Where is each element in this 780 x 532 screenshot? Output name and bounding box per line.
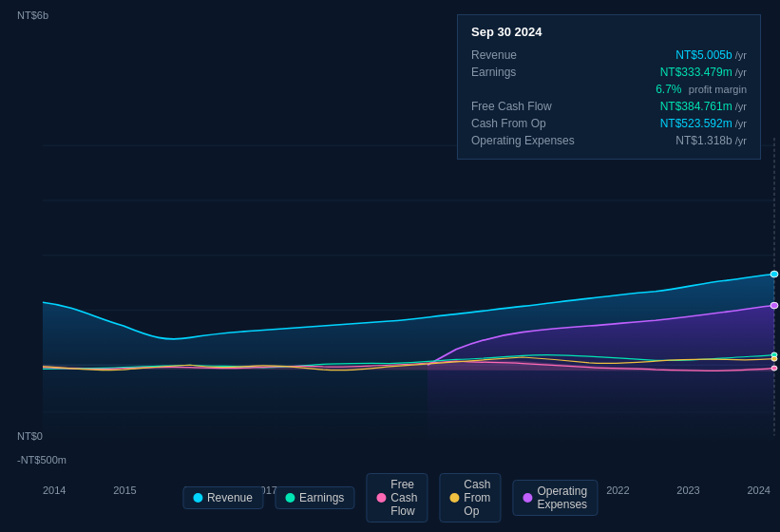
fcf-dot [771, 366, 777, 370]
legend-cash-from-op-dot [449, 493, 459, 503]
tooltip-cash-from-op-value: NT$523.592m /yr [660, 117, 747, 130]
legend-revenue-label: Revenue [207, 491, 253, 504]
x-label-2024: 2024 [747, 484, 770, 496]
legend-cash-from-op-label: Cash From Op [464, 478, 490, 518]
tooltip-date: Sep 30 2024 [471, 25, 747, 39]
legend-revenue-dot [193, 493, 202, 503]
main-chart [0, 138, 780, 451]
tooltip-opex-row: Operating Expenses NT$1.318b /yr [471, 132, 747, 149]
x-label-2014: 2014 [43, 484, 66, 496]
opex-dot [770, 302, 778, 309]
legend-opex[interactable]: Operating Expenses [512, 480, 598, 516]
tooltip-profit-margin-value: 6.7% profit margin [656, 83, 747, 96]
x-label-2023: 2023 [676, 484, 699, 496]
tooltip-cash-from-op-row: Cash From Op NT$523.592m /yr [471, 115, 747, 132]
tooltip-fcf-row: Free Cash Flow NT$384.761m /yr [471, 98, 747, 115]
tooltip-earnings-value: NT$333.479m /yr [660, 66, 747, 79]
y-axis-bottom-label: -NT$500m [17, 454, 67, 466]
tooltip-profit-margin-row: 6.7% profit margin [471, 81, 747, 98]
tooltip-earnings-row: Earnings NT$333.479m /yr [471, 64, 747, 81]
legend-earnings-label: Earnings [299, 491, 344, 504]
legend-earnings[interactable]: Earnings [275, 486, 354, 509]
cash-from-op-dot [771, 356, 777, 361]
legend-revenue[interactable]: Revenue [182, 486, 263, 509]
y-axis-top-label: NT$6b [17, 10, 48, 21]
tooltip-fcf-label: Free Cash Flow [471, 100, 585, 113]
tooltip-cash-from-op-label: Cash From Op [471, 117, 585, 130]
tooltip-panel: Sep 30 2024 Revenue NT$5.005b /yr Earnin… [457, 14, 761, 160]
revenue-dot [770, 271, 778, 277]
tooltip-revenue-row: Revenue NT$5.005b /yr [471, 47, 747, 64]
legend-earnings-dot [285, 493, 295, 503]
x-label-2022: 2022 [606, 484, 629, 496]
legend-opex-label: Operating Expenses [537, 484, 587, 511]
tooltip-earnings-label: Earnings [471, 66, 585, 79]
tooltip-revenue-label: Revenue [471, 48, 585, 62]
legend-opex-dot [523, 493, 532, 503]
tooltip-revenue-value: NT$5.005b /yr [675, 48, 747, 62]
tooltip-fcf-value: NT$384.761m /yr [660, 100, 747, 113]
legend-cash-from-op[interactable]: Cash From Op [439, 473, 501, 522]
tooltip-opex-label: Operating Expenses [471, 134, 585, 147]
legend-fcf-dot [376, 493, 386, 503]
legend: Revenue Earnings Free Cash Flow Cash Fro… [182, 473, 598, 522]
x-label-2015: 2015 [113, 484, 136, 496]
legend-fcf[interactable]: Free Cash Flow [366, 473, 428, 522]
legend-fcf-label: Free Cash Flow [390, 478, 417, 518]
tooltip-opex-value: NT$1.318b /yr [675, 134, 747, 147]
